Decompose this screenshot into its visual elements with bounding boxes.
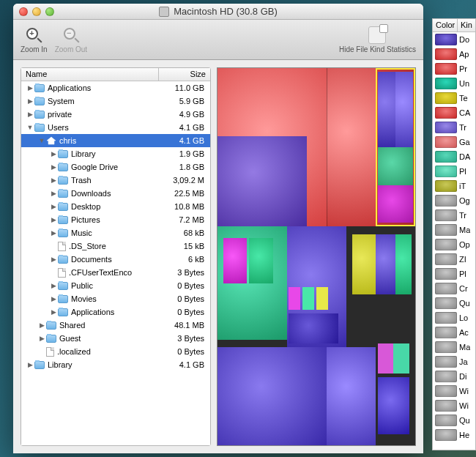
disclosure-triangle-icon[interactable] (49, 282, 58, 289)
tree-row[interactable]: System5.9 GB (21, 94, 210, 108)
zoom-out-button: − Zoom Out (55, 26, 87, 53)
tree-row[interactable]: Public0 Bytes (21, 279, 210, 292)
tree-row[interactable]: Desktop10.8 MB (21, 200, 210, 213)
kind-row[interactable]: Tr (433, 208, 475, 223)
kind-label: Un (459, 79, 469, 88)
kind-label: Ga (459, 138, 470, 146)
kind-row[interactable]: Op (433, 237, 475, 252)
disclosure-triangle-icon[interactable] (49, 256, 58, 263)
tree-row[interactable]: Google Drive1.8 GB (21, 160, 210, 174)
titlebar[interactable]: Macintosh HD (30.8 GB) (13, 4, 423, 20)
disclosure-triangle-icon[interactable] (49, 177, 58, 184)
kind-row[interactable]: Un (433, 76, 475, 91)
tree-row[interactable]: Users4.1 GB (21, 121, 210, 134)
tree-row[interactable]: Guest3 Bytes (21, 332, 210, 345)
color-swatch (435, 63, 457, 75)
kind-row[interactable]: Ga (433, 135, 475, 149)
tree-row[interactable]: Applications0 Bytes (21, 305, 210, 319)
tree-row[interactable]: Downloads22.5 MB (21, 187, 210, 200)
color-swatch (435, 166, 457, 177)
kind-row[interactable]: Pl (433, 164, 475, 179)
disclosure-triangle-icon[interactable] (49, 163, 58, 171)
kind-row[interactable]: Ap (433, 47, 475, 62)
kind-label: Tr (459, 211, 466, 220)
tree-row[interactable]: chris4.1 GB (21, 134, 210, 147)
kind-row[interactable]: Wi (433, 384, 475, 398)
tree-item-label: Documents (71, 255, 112, 264)
kind-row[interactable]: DA (433, 149, 475, 164)
tree-row[interactable]: .localized0 Bytes (21, 345, 210, 358)
kind-row[interactable]: iT (433, 179, 475, 193)
kind-row[interactable]: Og (433, 193, 475, 208)
color-swatch (435, 400, 457, 412)
tree-row[interactable]: Library1.9 GB (21, 147, 210, 160)
disclosure-triangle-icon[interactable] (37, 137, 46, 144)
tree-item-label: Trash (71, 176, 92, 185)
kind-row[interactable]: Pl (433, 267, 475, 281)
tree-item-size: 6 kB (159, 255, 210, 264)
treemap-view[interactable] (217, 67, 416, 446)
tree-row[interactable]: Pictures7.2 MB (21, 213, 210, 226)
tree-row[interactable]: Library4.1 GB (21, 358, 210, 371)
tree-row[interactable]: Movies0 Bytes (21, 292, 210, 305)
kind-row[interactable]: Lo (433, 311, 475, 325)
disclosure-triangle-icon[interactable] (49, 308, 58, 316)
disclosure-triangle-icon[interactable] (49, 216, 58, 223)
disclosure-triangle-icon[interactable] (49, 229, 58, 237)
kind-row[interactable]: Tr (433, 120, 475, 135)
tree-row[interactable]: Documents6 kB (21, 253, 210, 266)
tree-row[interactable]: .CFUserTextEnco3 Bytes (21, 266, 210, 279)
disclosure-triangle-icon[interactable] (37, 322, 46, 329)
folder-icon (58, 177, 68, 185)
kind-row[interactable]: CA (433, 105, 475, 120)
disclosure-triangle-icon[interactable] (26, 84, 34, 92)
kind-row[interactable]: Qu (433, 413, 475, 428)
zoom-in-button[interactable]: + Zoom In (21, 26, 48, 53)
tree-body[interactable]: Applications11.0 GBSystem5.9 GBprivate4.… (21, 81, 210, 445)
disclosure-triangle-icon[interactable] (49, 190, 58, 197)
folder-icon (58, 282, 68, 290)
kind-row[interactable]: Pr (433, 62, 475, 76)
tree-item-size: 0 Bytes (159, 281, 210, 290)
disclosure-triangle-icon[interactable] (49, 295, 58, 302)
disclosure-triangle-icon[interactable] (26, 97, 34, 105)
kind-row[interactable]: Di (433, 369, 475, 384)
hide-statistics-button[interactable]: Hide File Kind Statistics (339, 26, 416, 53)
statistics-body[interactable]: DoApPrUnTeCATrGaDAPliTOgTrMaOpZIPlCrQuLo… (433, 32, 475, 442)
kind-row[interactable]: Ma (433, 223, 475, 237)
disclosure-triangle-icon[interactable] (49, 203, 58, 210)
disclosure-triangle-icon[interactable] (26, 111, 34, 118)
kind-row[interactable]: Te (433, 91, 475, 105)
folder-icon (58, 203, 68, 211)
disclosure-triangle-icon[interactable] (37, 335, 46, 342)
tree-row[interactable]: Shared48.1 MB (21, 319, 210, 332)
disclosure-triangle-icon[interactable] (49, 150, 58, 157)
tree-item-label: Guest (59, 334, 81, 343)
hide-statistics-label: Hide File Kind Statistics (339, 45, 416, 53)
tree-row[interactable]: Trash3,09.2 M (21, 174, 210, 187)
tree-row[interactable]: Music68 kB (21, 226, 210, 239)
tree-item-size: 48.1 MB (159, 321, 210, 330)
tree-row[interactable]: Applications11.0 GB (21, 81, 210, 94)
tree-item-label: Pictures (71, 215, 100, 224)
tree-row[interactable]: private4.9 GB (21, 108, 210, 121)
kind-row[interactable]: Ac (433, 325, 475, 340)
kind-row[interactable]: ZI (433, 252, 475, 267)
kind-label: Ja (459, 357, 468, 366)
kind-row[interactable]: Cr (433, 281, 475, 296)
kind-row[interactable]: Do (433, 32, 475, 47)
kind-row[interactable]: Ma (433, 340, 475, 354)
color-swatch (435, 34, 457, 45)
kind-row[interactable]: He (433, 428, 475, 442)
kind-row[interactable]: Ja (433, 354, 475, 369)
column-kind[interactable]: Kin (458, 19, 476, 31)
tree-row[interactable]: .DS_Store15 kB (21, 239, 210, 253)
disclosure-triangle-icon[interactable] (26, 124, 34, 131)
disclosure-triangle-icon[interactable] (26, 361, 34, 368)
kind-row[interactable]: Wi (433, 398, 475, 413)
column-color[interactable]: Color (433, 19, 458, 31)
tree-item-label: Desktop (71, 202, 100, 211)
column-name[interactable]: Name (21, 68, 159, 81)
kind-row[interactable]: Qu (433, 296, 475, 311)
column-size[interactable]: Size (159, 68, 210, 81)
